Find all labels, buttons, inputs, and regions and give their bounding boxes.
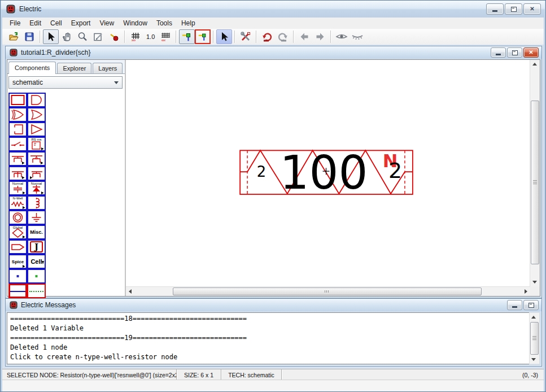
menu-file[interactable]: File: [5, 18, 25, 28]
palette-global[interactable]: Global: [8, 225, 27, 239]
edit-close-button[interactable]: ✕: [523, 47, 539, 58]
palette-capacitor[interactable]: Normal: [8, 181, 27, 195]
tab-layers[interactable]: Layers: [93, 63, 123, 73]
menu-cell[interactable]: Cell: [46, 18, 67, 28]
xor-gate-icon: [10, 108, 26, 121]
scroll-left-button[interactable]: [126, 287, 134, 295]
edit-window-titlebar[interactable]: tutorial1:R_divider{sch} ✕: [6, 46, 541, 59]
palette-or-gate[interactable]: [27, 107, 46, 122]
technology-select[interactable]: schematic: [8, 76, 123, 89]
canvas-vertical-scrollbar[interactable]: [530, 60, 540, 286]
grid-alignment-button[interactable]: ‹‹‹: [158, 29, 173, 44]
edit-restore-button[interactable]: [507, 47, 522, 58]
toolbar-separator: [330, 31, 331, 43]
ground-icon: [28, 211, 45, 224]
open-library-button[interactable]: [6, 29, 21, 44]
node-bar-icon: [10, 291, 25, 292]
messages-console[interactable]: ============================18==========…: [7, 312, 530, 364]
palette-power-ring[interactable]: [8, 210, 27, 225]
svg-text:›››: ›››: [132, 38, 136, 42]
close-button[interactable]: ✕: [523, 3, 541, 15]
undo-button[interactable]: [259, 29, 275, 44]
edit-minimize-button[interactable]: [491, 47, 506, 58]
pin-mode-a-button[interactable]: [179, 29, 195, 44]
scroll-up-button[interactable]: [530, 60, 539, 68]
scroll-up-button[interactable]: [529, 313, 538, 321]
messages-scroll-thumb[interactable]: [530, 322, 539, 355]
redo-button[interactable]: [275, 29, 291, 44]
palette-diode[interactable]: Normal: [27, 181, 46, 195]
go-back-button[interactable]: [296, 29, 312, 44]
cursor-arrow-icon: [45, 31, 56, 42]
palette-unrouted-arc[interactable]: [27, 284, 46, 298]
palette-and-gate[interactable]: [27, 93, 46, 107]
palette-transistor-nmos[interactable]: [8, 151, 27, 166]
eye-closed-icon: [351, 31, 364, 42]
palette-switch[interactable]: [8, 137, 27, 151]
save-library-button[interactable]: [21, 29, 37, 44]
palette-node-arc[interactable]: [8, 284, 27, 298]
menu-view[interactable]: View: [95, 18, 119, 28]
palette-transistor-4port[interactable]: [8, 166, 27, 181]
palette-buffer[interactable]: [27, 122, 46, 137]
pan-button[interactable]: [59, 29, 75, 44]
schematic-canvas[interactable]: 2 100 N 2: [126, 60, 530, 286]
menu-help[interactable]: Help: [177, 18, 200, 28]
down-arrow-icon: [531, 358, 536, 361]
vertical-scroll-thumb[interactable]: [531, 101, 539, 264]
palette-flipflop[interactable]: RS ms: [27, 137, 46, 151]
restore-button[interactable]: [505, 3, 522, 15]
menu-edit[interactable]: Edit: [25, 18, 46, 28]
menu-export[interactable]: Export: [67, 18, 95, 28]
grid-spacing-value: 1.0: [143, 33, 158, 40]
palette-off-page[interactable]: [27, 269, 46, 284]
click-zoom-wire-button[interactable]: [43, 29, 59, 44]
restore-icon: [511, 7, 516, 11]
messages-titlebar[interactable]: Electric Messages: [6, 299, 541, 311]
bipolar-icon: [28, 167, 45, 180]
palette-spice-menu[interactable]: Spice: [8, 254, 27, 269]
select-mode-button[interactable]: [216, 29, 232, 44]
palette-xor-gate[interactable]: [8, 107, 27, 122]
palette-inductor[interactable]: [27, 195, 46, 210]
preferences-button[interactable]: [238, 29, 254, 44]
toggle-grid-button[interactable]: ›››: [128, 29, 143, 44]
submenu-arrow-icon: [10, 255, 26, 268]
scroll-down-button[interactable]: [529, 355, 538, 364]
palette-resistor[interactable]: N-Well: [8, 195, 27, 210]
messages-scrollbar[interactable]: [529, 312, 540, 364]
scroll-right-button[interactable]: [522, 287, 530, 295]
palette-export[interactable]: [8, 239, 27, 254]
palette-ground[interactable]: [27, 210, 46, 225]
palette-pmos[interactable]: [27, 151, 46, 166]
menu-window[interactable]: Window: [119, 18, 152, 28]
messages-restore-button[interactable]: [523, 300, 539, 310]
horizontal-scroll-thumb[interactable]: [173, 288, 482, 295]
or-gate-icon: [28, 108, 45, 121]
palette-transistor-bipolar[interactable]: [27, 166, 46, 181]
scroll-down-button[interactable]: [530, 278, 539, 286]
special-select-button[interactable]: [90, 29, 106, 44]
canvas-horizontal-scrollbar[interactable]: [126, 286, 530, 296]
palette-pin[interactable]: [8, 269, 27, 284]
status-size: SIZE: 6 x 1: [177, 369, 221, 380]
minimize-button[interactable]: [486, 3, 504, 15]
expand-cells-button[interactable]: [334, 29, 350, 44]
menu-tools[interactable]: Tools: [152, 18, 177, 28]
main-titlebar[interactable]: Electric ✕: [1, 1, 545, 18]
pmos-icon: [28, 153, 45, 165]
tab-explorer[interactable]: Explorer: [57, 63, 91, 73]
palette-box-node[interactable]: [8, 93, 27, 107]
unexpand-cells-button[interactable]: [350, 29, 365, 44]
palette-cell-menu[interactable]: Cell: [27, 254, 46, 269]
canvas-column: 2 100 N 2: [126, 60, 540, 296]
probe-button[interactable]: [106, 29, 122, 44]
messages-minimize-button[interactable]: [507, 300, 522, 310]
zoom-button[interactable]: [75, 29, 90, 44]
tab-components[interactable]: Components: [8, 62, 56, 74]
go-forward-button[interactable]: [312, 29, 328, 44]
pin-mode-b-button[interactable]: [195, 29, 211, 44]
palette-cell-instance[interactable]: J: [27, 239, 46, 254]
palette-mux[interactable]: [8, 122, 27, 137]
palette-misc-menu[interactable]: Misc.: [27, 225, 46, 239]
